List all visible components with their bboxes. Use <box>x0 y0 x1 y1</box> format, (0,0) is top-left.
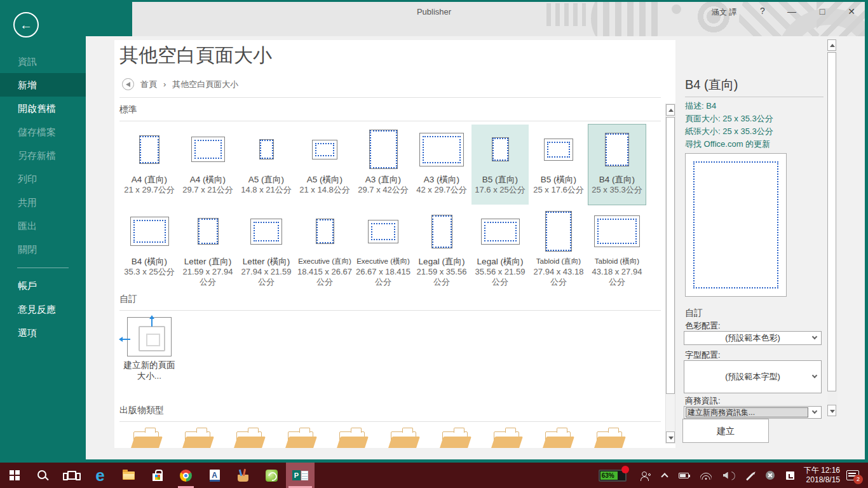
page-size-tile[interactable]: A4 (橫向) 29.7 x 21公分 <box>179 125 236 205</box>
page-size-name: A3 (直向) <box>355 174 412 185</box>
scrollbar-thumb[interactable] <box>666 117 675 394</box>
detail-custom-heading: 自訂 <box>685 308 703 319</box>
scroll-up-icon[interactable] <box>827 39 836 51</box>
page-size-tile[interactable]: A5 (直向) 14.8 x 21公分 <box>238 125 295 205</box>
page-size-tile[interactable]: B4 (直向) 25 x 35.3公分 <box>588 125 646 205</box>
paper-sheet <box>594 215 640 247</box>
sidebar-item[interactable]: 匯出 <box>0 214 86 238</box>
publication-type-folder-icon[interactable] <box>390 428 419 448</box>
publication-type-folder-icon[interactable] <box>184 428 213 448</box>
gallery-scrollbar[interactable] <box>665 104 675 444</box>
paper-sheet <box>545 211 572 252</box>
sidebar-item[interactable]: 新增 <box>0 73 86 97</box>
page-size-name: A5 (橫向) <box>296 174 353 185</box>
help-icon[interactable]: ? <box>760 6 765 16</box>
page-size-tile[interactable]: Executive (直向) 18.415 x 26.67 公分 <box>296 207 353 290</box>
sidebar-item[interactable]: 列印 <box>0 167 86 191</box>
sidebar-item[interactable]: 開啟舊檔 <box>0 97 86 120</box>
page-size-tile[interactable]: Letter (直向) 21.59 x 27.94 公分 <box>179 207 236 290</box>
photo-app-taskbar-button[interactable] <box>257 463 286 488</box>
taskbar-clock[interactable]: 下午 12:16 2018/8/15 <box>804 466 840 485</box>
battery-percent-widget[interactable]: 63% <box>599 470 627 482</box>
page-size-tile[interactable]: A5 (橫向) 21 x 14.8公分 <box>296 125 353 205</box>
x-circle-icon[interactable] <box>766 471 775 480</box>
sidebar-item[interactable]: 共用 <box>0 191 86 214</box>
close-button[interactable]: ✕ <box>843 4 860 18</box>
page-size-tile[interactable]: A4 (直向) 21 x 29.7公分 <box>121 125 178 205</box>
notification-center-icon[interactable]: 2 <box>846 470 859 480</box>
maximize-button[interactable]: □ <box>813 4 831 18</box>
publication-type-folder-icon[interactable] <box>235 428 264 448</box>
page-size-dimensions: 25 x 17.6公分 <box>530 185 587 195</box>
page-size-name: B4 (直向) <box>588 174 646 185</box>
scroll-down-icon[interactable] <box>666 431 675 443</box>
sidebar-item[interactable]: 意見反應 <box>0 297 86 321</box>
volume-icon[interactable] <box>723 471 734 480</box>
breadcrumb-home[interactable]: 首頁 <box>140 79 157 90</box>
word-taskbar-button[interactable]: A <box>200 463 229 488</box>
sidebar-item[interactable]: 關閉 <box>0 238 86 261</box>
pen-icon[interactable] <box>746 473 754 480</box>
page-size-tile[interactable]: Letter (橫向) 27.94 x 21.59 公分 <box>238 207 295 290</box>
page-size-tile[interactable]: Executive (橫向) 26.67 x 18.415 公分 <box>355 207 412 290</box>
battery-icon[interactable] <box>679 473 689 478</box>
page-dotted-outline <box>260 140 273 159</box>
publication-type-folder-icon[interactable] <box>595 428 625 448</box>
publication-type-folder-icon[interactable] <box>287 428 316 448</box>
font-scheme-dropdown[interactable]: (預設範本字型) <box>684 360 822 393</box>
edge-taskbar-button[interactable]: e <box>86 463 114 488</box>
panel-scrollbar[interactable] <box>827 39 837 416</box>
chevron-up-icon[interactable] <box>661 473 668 480</box>
search-taskbar-button[interactable] <box>29 463 57 488</box>
page-size-tile[interactable]: B4 (橫向) 35.3 x 25公分 <box>121 207 178 290</box>
wifi-icon[interactable] <box>700 471 712 480</box>
search-icon <box>37 470 49 482</box>
page-size-tile[interactable]: A3 (橫向) 42 x 29.7公分 <box>413 125 470 205</box>
color-scheme-value: (預設範本色彩) <box>725 333 780 342</box>
sidebar-item[interactable]: 儲存檔案 <box>0 120 86 144</box>
page-size-tile[interactable]: Legal (橫向) 35.56 x 21.59 公分 <box>471 207 529 290</box>
minimize-button[interactable]: — <box>783 4 801 18</box>
sidebar-item-label: 關閉 <box>18 244 37 255</box>
chrome-taskbar-button[interactable] <box>172 463 200 488</box>
page-size-tile[interactable]: A3 (直向) 29.7 x 42公分 <box>355 125 412 205</box>
business-info-dropdown[interactable]: 建立新商務資訊集... <box>684 406 822 419</box>
publication-type-folder-icon[interactable] <box>544 428 573 448</box>
page-size-name: Letter (直向) <box>179 256 236 267</box>
store-taskbar-button[interactable] <box>143 463 172 488</box>
sidebar-item[interactable]: 另存新檔 <box>0 144 86 167</box>
folder-front <box>490 437 523 448</box>
page-size-tile[interactable]: Tabloid (直向) 27.94 x 43.18公分 <box>530 207 587 290</box>
color-scheme-dropdown[interactable]: (預設範本色彩) <box>684 331 822 345</box>
people-icon[interactable] <box>641 471 651 480</box>
sidebar-item[interactable]: 資訊 <box>0 50 86 73</box>
publisher-taskbar-button[interactable]: P <box>286 463 315 488</box>
create-button[interactable]: 建立 <box>682 419 769 443</box>
task-view-taskbar-button[interactable] <box>57 463 86 488</box>
scroll-down-icon[interactable] <box>827 405 836 416</box>
page-size-tile[interactable]: Legal (直向) 21.59 x 35.56 公分 <box>413 207 470 290</box>
breadcrumb-back-icon[interactable] <box>122 78 134 90</box>
sidebar-item[interactable]: 選項 <box>0 321 86 344</box>
page-size-tile[interactable]: B5 (直向) 17.6 x 25公分 <box>471 125 529 205</box>
divider <box>119 421 661 422</box>
start-taskbar-button[interactable] <box>0 463 29 488</box>
create-new-page-size-tile[interactable]: 建立新的頁面大小... <box>121 317 178 381</box>
page-size-tile[interactable]: B5 (橫向) 25 x 17.6公分 <box>530 125 587 205</box>
new-page-size-icon <box>127 317 172 356</box>
sidebar-item[interactable]: 帳戶 <box>0 274 86 297</box>
sidebar-item-label: 帳戶 <box>18 280 37 291</box>
page-size-tile[interactable]: Tabloid (橫向) 43.18 x 27.94公分 <box>588 207 646 290</box>
publication-type-folder-icon[interactable] <box>338 428 367 448</box>
file-explorer-taskbar-button[interactable] <box>114 463 143 488</box>
office-update-link[interactable]: 尋找 Office.com 的更新 <box>685 138 770 151</box>
tablet-icon[interactable] <box>786 471 794 480</box>
detail-info-line: 描述: B4 <box>685 100 773 112</box>
publication-type-folder-icon[interactable] <box>132 428 161 448</box>
draw-app-taskbar-button[interactable] <box>229 463 257 488</box>
scrollbar-thumb[interactable] <box>827 52 836 391</box>
publication-type-folder-icon[interactable] <box>441 428 470 448</box>
publication-type-folder-icon[interactable] <box>492 428 522 448</box>
scroll-up-icon[interactable] <box>666 104 675 116</box>
signed-in-user[interactable]: 涵文 譚 <box>712 7 736 18</box>
